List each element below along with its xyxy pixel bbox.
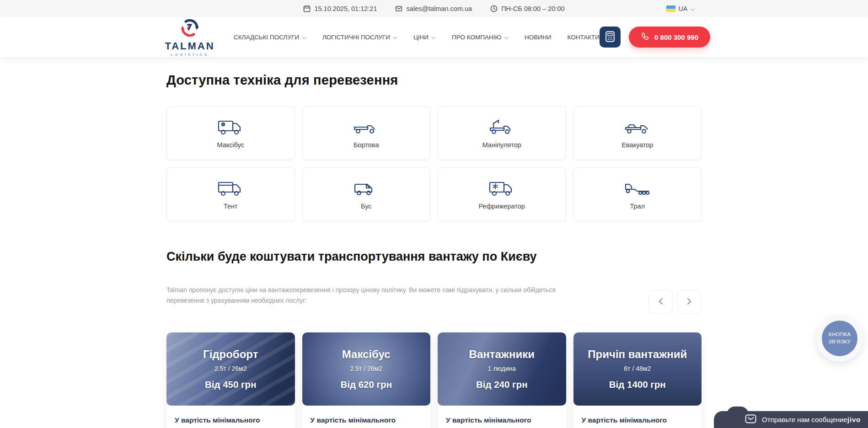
pricing-section-title: Скільки буде коштувати транспортування в… (166, 250, 702, 264)
chevron-right-icon (687, 298, 691, 306)
carousel-prev-button[interactable] (648, 289, 673, 314)
phone-number: 0 800 300 990 (654, 33, 698, 41)
vehicles-grid: Максібус Бортова Маніпулятор Евакуатор Т… (166, 106, 702, 221)
language-code: UA (679, 5, 687, 12)
lowloader-truck-icon (624, 179, 651, 198)
pricing-card-title: Причіп вантажний (588, 348, 687, 361)
topbar-datetime-text: 15.10.2025, 01:12:21 (314, 5, 377, 12)
pricing-card-note: У вартість мінімального замовлення за 45… (446, 415, 558, 428)
logo-title: TALMAN (165, 41, 214, 51)
topbar: 15.10.2025, 01:12:21 sales@talman.com.ua… (0, 0, 868, 17)
nav-item-label: ПРО КОМПАНІЮ (452, 34, 501, 41)
chat-envelope-icon (745, 414, 756, 425)
nav-item-news[interactable]: НОВИНИ (525, 34, 551, 41)
vehicle-card-maxibus[interactable]: Максібус (166, 106, 295, 160)
nav-menu: СКЛАДСЬКІ ПОСЛУГИ ЛОГІСТИЧНІ ПОСЛУГИ ЦІН… (234, 34, 600, 41)
nav-item-label: КОНТАКТИ (567, 34, 600, 41)
chevron-down-icon (302, 34, 306, 41)
carousel-next-button[interactable] (677, 289, 702, 314)
calculator-icon (605, 31, 615, 43)
jivo-logo: jivo (847, 416, 861, 423)
chat-widget-bar[interactable]: Отправьте нам сообщение jivo (714, 411, 868, 428)
vehicle-label: Трал (630, 203, 645, 210)
topbar-hours-text: ПН-СБ 08:00 – 20:00 (501, 5, 564, 12)
vehicle-label: Максібус (217, 141, 244, 149)
nav-item-logistics-services[interactable]: ЛОГІСТИЧНІ ПОСЛУГИ (322, 34, 397, 41)
pricing-card-loaders[interactable]: Вантажники 1 людина Від 240 грн У вартіс… (438, 332, 566, 428)
calculator-button[interactable] (600, 27, 621, 48)
nav-item-contacts[interactable]: КОНТАКТИ (567, 34, 600, 41)
vehicle-card-van[interactable]: Бус (302, 167, 431, 221)
callback-button[interactable]: КНОПКА ЗВ'ЯЗКУ (816, 315, 863, 362)
pricing-card-note: У вартість мінімального замовлення за 45… (582, 415, 694, 428)
pricing-card-hydroboard[interactable]: Гідроборт 2.5т / 26м2 Від 450 грн У варт… (166, 332, 295, 428)
nav-item-label: ЦІНИ (413, 34, 429, 41)
crane-truck-icon (488, 118, 515, 136)
pricing-card-subtitle: 6т / 48м2 (624, 365, 651, 372)
vehicle-label: Бортова (354, 141, 379, 149)
pricing-card-price: Від 450 грн (205, 379, 257, 390)
van-icon (353, 179, 380, 198)
ukraine-flag-icon (666, 5, 675, 12)
chevron-down-icon (504, 34, 509, 41)
pricing-card-photo: Гідроборт 2.5т / 26м2 Від 450 грн (166, 332, 295, 406)
pricing-card-title: Гідроборт (203, 348, 258, 361)
language-selector[interactable]: UA (666, 0, 695, 17)
carousel-controls (648, 289, 702, 314)
pricing-card-maxibus[interactable]: Максібус 2.5т / 26м2 Від 620 грн У варті… (302, 332, 431, 428)
chevron-down-icon (431, 34, 436, 41)
pricing-card-photo: Вантажники 1 людина Від 240 грн (438, 332, 566, 406)
pricing-card-title: Вантажники (469, 348, 535, 361)
mail-icon (395, 5, 402, 12)
pricing-card-cargo-trailer[interactable]: Причіп вантажний 6т / 48м2 Від 1400 грн … (573, 332, 702, 428)
tent-truck-icon (217, 179, 244, 198)
chevron-down-icon (691, 5, 695, 12)
topbar-email-text[interactable]: sales@talman.com.ua (406, 5, 472, 12)
main-navigation: TALMAN LOGISTICS СКЛАДСЬКІ ПОСЛУГИ ЛОГІС… (0, 17, 868, 57)
pricing-card-photo: Максібус 2.5т / 26м2 Від 620 грн (302, 332, 431, 406)
callback-label-line1: КНОПКА (829, 331, 851, 338)
chat-message-text: Отправьте нам сообщение (762, 416, 847, 423)
vehicle-card-crane[interactable]: Маніпулятор (438, 106, 566, 160)
nav-item-prices[interactable]: ЦІНИ (413, 34, 436, 41)
vehicle-card-lowloader[interactable]: Трал (573, 167, 702, 221)
refrigerator-truck-icon (488, 179, 515, 198)
pricing-card-note: У вартість мінімального замовлення за 45… (311, 415, 423, 428)
flatbed-truck-icon (353, 118, 380, 136)
vehicle-label: Бус (361, 203, 372, 210)
topbar-email[interactable]: sales@talman.com.ua (395, 5, 472, 12)
nav-item-about-company[interactable]: ПРО КОМПАНІЮ (452, 34, 509, 41)
phone-button[interactable]: 0 800 300 990 (629, 27, 710, 48)
callback-label-line2: ЗВ'ЯЗКУ (829, 338, 851, 346)
vehicle-card-refrigerator[interactable]: Рефрижератор (438, 167, 566, 221)
pricing-description: Talman пропонує доступні ціни на вантажо… (166, 285, 583, 305)
vehicle-label: Тент (224, 203, 238, 210)
nav-item-label: ЛОГІСТИЧНІ ПОСЛУГИ (322, 34, 390, 41)
clock-icon (490, 5, 498, 12)
vehicle-card-tent[interactable]: Тент (166, 167, 295, 221)
tow-truck-icon (624, 118, 651, 136)
pricing-card-subtitle: 2.5т / 26м2 (350, 365, 382, 372)
logo-subtitle: LOGISTICS (171, 53, 209, 57)
pricing-cards: Гідроборт 2.5т / 26м2 Від 450 грн У варт… (166, 332, 702, 428)
pricing-card-subtitle: 1 людина (488, 365, 516, 372)
talman-logo[interactable]: TALMAN LOGISTICS (161, 17, 219, 57)
phone-icon (641, 32, 649, 42)
vehicles-section-title: Доступна техніка для перевезення (166, 73, 702, 88)
pricing-card-price: Від 620 грн (340, 379, 392, 390)
calendar-icon (303, 5, 311, 12)
nav-item-label: НОВИНИ (525, 34, 551, 41)
maxibus-truck-icon (217, 118, 244, 136)
nav-item-label: СКЛАДСЬКІ ПОСЛУГИ (234, 34, 299, 41)
pricing-card-subtitle: 2.5т / 26м2 (214, 365, 247, 372)
pricing-card-note: У вартість мінімального замовлення за 45… (175, 415, 287, 428)
topbar-hours: ПН-СБ 08:00 – 20:00 (490, 5, 564, 12)
page: 15.10.2025, 01:12:21 sales@talman.com.ua… (0, 0, 868, 428)
chevron-down-icon (393, 34, 397, 41)
topbar-datetime: 15.10.2025, 01:12:21 (303, 5, 377, 12)
chevron-left-icon (659, 298, 663, 306)
vehicle-card-flatbed[interactable]: Бортова (302, 106, 431, 160)
vehicle-card-tow[interactable]: Евакуатор (573, 106, 702, 160)
nav-item-warehouse-services[interactable]: СКЛАДСЬКІ ПОСЛУГИ (234, 34, 306, 41)
pricing-card-price: Від 1400 грн (609, 379, 666, 390)
